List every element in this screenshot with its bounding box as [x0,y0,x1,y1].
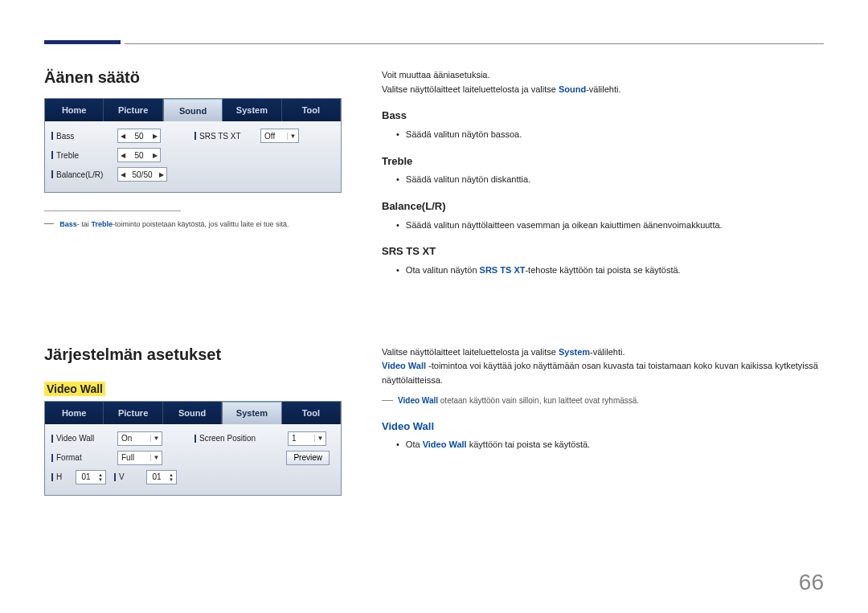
videowall-link-text: Video Wall [382,361,426,370]
text: Säädä valitun näyttölaitteen vasemman ja… [406,219,723,233]
arrow-left-icon[interactable]: ◀ [118,149,128,161]
text: Valitse näyttölaitteet laiteluettelosta … [382,84,559,94]
field-marker-icon [51,151,53,159]
bass-label: Bass [56,132,74,141]
preview-button[interactable]: Preview [286,451,330,465]
screenposition-value: 1 [292,434,314,443]
arrow-up-down-icon[interactable]: ▲▼ [166,471,176,484]
treble-value: 50 [128,151,150,160]
field-marker-icon [114,473,116,481]
screenposition-dropdown[interactable]: 1▼ [288,431,326,446]
note-dash-icon: ― [382,394,393,407]
text: -toimintoa voi käyttää joko näyttämään o… [382,361,818,385]
srs-label: SRS TS XT [199,132,241,141]
system-note: ― Video Wall otetaan käyttöön vain sillo… [382,394,824,407]
v-spinner[interactable]: 01▲▼ [146,470,177,484]
text: Valitse näyttölaitteet laiteluettelosta … [382,347,559,357]
srs-value: Off [264,132,287,141]
srs-link-text: SRS TS XT [480,265,526,275]
chevron-down-icon[interactable]: ▼ [314,435,326,442]
sound-link-text: Sound [559,84,586,94]
treble-bullet: Säädä valitun näytön diskanttia. [382,173,824,187]
balance-subheading: Balance(L/R) [382,198,824,215]
h-label: H [56,472,62,481]
srs-subheading: SRS TS XT [382,243,824,260]
chevron-down-icon[interactable]: ▼ [150,435,162,442]
sound-panel: Home Picture Sound System Tool Bass ◀50▶… [44,98,342,193]
text: otetaan käyttöön vain silloin, kun laitt… [438,396,639,405]
v-value: 01 [147,472,166,481]
tab-picture[interactable]: Picture [104,402,162,424]
sound-intro1: Voit muuttaa ääniasetuksia. [382,68,824,83]
footnote-dash: ― [44,218,56,229]
tab-home[interactable]: Home [45,402,104,424]
text: Säädä valitun näytön diskanttia. [406,173,530,187]
srs-bullet: Ota valitun näytön SRS TS XT-tehoste käy… [382,264,824,278]
tab-sound[interactable]: Sound [163,99,223,121]
bass-subheading: Bass [382,108,824,125]
balance-label: Balance(L/R) [56,170,103,179]
videowall-subheading: Video Wall [382,419,824,435]
arrow-right-icon[interactable]: ▶ [150,149,160,161]
tab-home[interactable]: Home [45,99,104,121]
sound-heading: Äänen säätö [44,68,342,87]
text: -välilehti. [590,347,624,357]
v-label: V [119,472,125,481]
field-marker-icon [194,132,196,140]
balance-spinner[interactable]: ◀50/50▶ [117,167,167,182]
tab-system[interactable]: System [222,402,281,424]
system-panel: Home Picture Sound System Tool Video Wal… [44,401,342,496]
text: Ota valitun näytön [406,265,480,275]
videowall-dropdown[interactable]: On▼ [117,431,162,446]
bass-value: 50 [128,132,150,141]
srs-dropdown[interactable]: Off▼ [260,129,299,143]
bass-bullet: Säädä valitun näytön bassoa. [382,128,824,142]
h-spinner[interactable]: 01▲▼ [76,470,106,484]
arrow-left-icon[interactable]: ◀ [118,129,128,142]
chevron-down-icon[interactable]: ▼ [150,454,162,461]
system-link-text: System [559,347,590,357]
treble-label: Treble [56,151,79,160]
header-divider [125,43,824,44]
footnote-treble: Treble [91,220,113,228]
videowall-note-text: Video Wall [398,396,438,405]
treble-spinner[interactable]: ◀50▶ [117,148,161,162]
tab-system[interactable]: System [223,99,281,121]
tab-picture[interactable]: Picture [104,99,162,121]
system-heading: Järjestelmän asetukset [44,345,342,364]
videowall-value: On [121,434,150,443]
footnote-bass: Bass [59,220,77,228]
arrow-right-icon[interactable]: ▶ [150,129,160,142]
footnote-rest: -toiminto poistetaan käytöstä, jos valit… [113,220,289,228]
bass-spinner[interactable]: ◀50▶ [117,129,161,143]
treble-subheading: Treble [382,153,824,170]
format-dropdown[interactable]: Full▼ [117,451,162,465]
text: Säädä valitun näytön bassoa. [406,128,522,142]
tab-sound[interactable]: Sound [163,402,222,424]
arrow-up-down-icon[interactable]: ▲▼ [96,471,105,484]
sound-tabbar: Home Picture Sound System Tool [45,99,341,121]
text: -välilehti. [586,84,620,94]
screenposition-label: Screen Position [199,434,256,443]
tab-tool[interactable]: Tool [282,402,341,424]
balance-bullet: Säädä valitun näyttölaitteen vasemman ja… [382,219,824,233]
field-marker-icon [51,132,53,140]
header-accent-bar [44,40,121,44]
videowall-bullet: Ota Video Wall käyttöön tai poista se kä… [382,438,824,452]
balance-value: 50/50 [128,170,157,179]
videowall-label: Video Wall [56,434,94,443]
chevron-down-icon[interactable]: ▼ [287,133,298,140]
format-value: Full [121,453,150,462]
field-marker-icon [51,435,53,443]
footnote-divider [44,210,181,211]
arrow-right-icon[interactable]: ▶ [157,168,166,181]
footnote-mid: - tai [77,220,92,228]
tab-tool[interactable]: Tool [282,99,341,121]
field-marker-icon [51,170,53,178]
sound-intro2: Valitse näyttölaitteet laiteluettelosta … [382,83,824,97]
text: Ota [406,439,423,449]
arrow-left-icon[interactable]: ◀ [118,168,128,181]
format-label: Format [56,453,82,462]
sound-footnote: ― Bass- tai Treble-toiminto poistetaan k… [44,218,342,229]
text: -tehoste käyttöön tai poista se käytöstä… [525,265,680,275]
